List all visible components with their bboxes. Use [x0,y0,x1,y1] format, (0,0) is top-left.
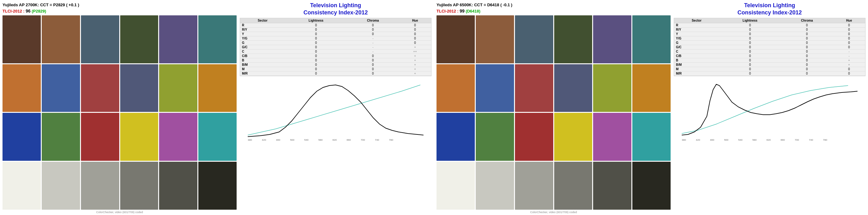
svg-text:580: 580 [318,139,323,141]
right-section-2: Television Lighting Consistency Index-20… [673,0,868,215]
svg-text:420: 420 [262,139,267,141]
svg-text:500: 500 [724,139,728,141]
table-cell: 0 [833,28,865,32]
table-cell: 0 [833,45,865,49]
color-swatch [515,15,553,63]
table-cell: + [399,63,431,67]
table-cell: 0 [781,71,833,76]
table-row: G/C0-+ [240,45,431,49]
color-swatch [81,15,119,63]
table-cell: - [833,49,865,54]
table-row: M000 [674,67,865,71]
table-cell: Y [674,32,719,36]
panel1-footer: ColorChecker, video (601/709) coded [2,211,237,214]
table-cell: C [674,49,719,54]
color-swatch [198,113,237,161]
table-row: G/C000 [674,45,865,49]
svg-text:540: 540 [304,139,309,141]
table-cell: 0 [399,28,431,32]
panel2-chart-svg: 380 420 460 500 540 580 620 660 700 740 … [674,79,866,141]
table-cell: 0 [781,49,833,54]
table-row: Y/G0-0 [240,36,431,41]
color-swatch [554,113,592,161]
table-cell: 0 [347,63,399,67]
table-row: C/B00- [674,54,865,58]
color-swatch [632,15,671,63]
color-swatch [2,15,41,63]
table-cell: - [347,45,399,49]
table-cell: 0 [719,58,781,63]
panel2-tlci: TLCI-2012 : 99 (D6418) [436,8,671,13]
panel1-chart-svg: 380 420 460 500 540 580 620 660 700 740 … [240,79,432,141]
svg-text:380: 380 [682,139,686,141]
table-cell: 0 [347,58,399,63]
table-row: R000 [240,23,431,28]
color-swatch [593,113,631,161]
color-swatch [476,162,514,210]
table-cell: C/B [240,54,285,58]
table-cell: 0 [781,41,833,45]
table-cell: 0 [833,36,865,41]
table-cell: B [240,58,285,63]
table-cell: 0 [833,32,865,36]
svg-text:420: 420 [696,139,701,141]
color-swatch [81,113,119,161]
color-swatch [436,113,475,161]
color-swatch [2,162,41,210]
panel2-chart: 380 420 460 500 540 580 620 660 700 740 … [674,79,866,214]
table-cell: - [833,54,865,58]
table-cell: 0 [719,63,781,67]
color-swatch [436,162,475,210]
table-cell: 0 [719,28,781,32]
table-cell: 0 [781,32,833,36]
table-row: G0-0 [240,41,431,45]
table-row: R/Y000 [674,28,865,32]
panel2-table: Sector Lightness Chroma Hue R000R/Y000Y0… [674,18,865,76]
table-cell: M [240,67,285,71]
table-cell: Y [240,32,285,36]
color-swatch [120,113,158,161]
table-cell: ++ [399,49,431,54]
table-cell: 0 [719,67,781,71]
table-cell: Y/G [674,36,719,41]
table-cell: 0 [347,71,399,76]
table-cell: 0 [719,41,781,45]
svg-text:580: 580 [752,139,757,141]
table-row: G000 [674,41,865,45]
color-swatch [436,15,475,63]
svg-text:700: 700 [795,139,799,141]
color-swatch [476,15,514,63]
right-section-1: Television Lighting Consistency Index-20… [239,0,434,215]
table-cell: 0 [781,58,833,63]
table-cell: R/Y [674,28,719,32]
table-cell: + [833,58,865,63]
table-cell: 0 [781,23,833,28]
color-swatch [42,113,80,161]
color-swatch [120,162,158,210]
color-swatch [198,64,237,112]
table-cell: 0 [399,41,431,45]
svg-text:780: 780 [823,139,828,141]
col-lightness-1: Lightness [285,18,347,23]
table-cell: 0 [833,23,865,28]
table-cell: B [674,58,719,63]
panel1-tlci-label: TLCI-2012 : [2,9,25,13]
table-row: M/R00+ [240,71,431,76]
svg-text:460: 460 [710,139,715,141]
table-cell: 0 [399,32,431,36]
color-swatch [159,162,197,210]
color-swatch [159,113,197,161]
table-cell: 0 [285,41,347,45]
color-swatch [120,64,158,112]
color-swatch [593,15,631,63]
svg-text:660: 660 [347,139,351,141]
table-cell: 0 [781,67,833,71]
table-cell: 0 [781,45,833,49]
panel-2: Yujileds AP 6500K: CCT = D6418 ( -0.1 ) … [434,0,868,215]
table-row: C0-++ [240,49,431,54]
table-cell: G/C [240,45,285,49]
table-cell: + [399,45,431,49]
table-cell: G/C [674,45,719,49]
col-hue-1: Hue [399,18,431,23]
table-cell: + [399,54,431,58]
